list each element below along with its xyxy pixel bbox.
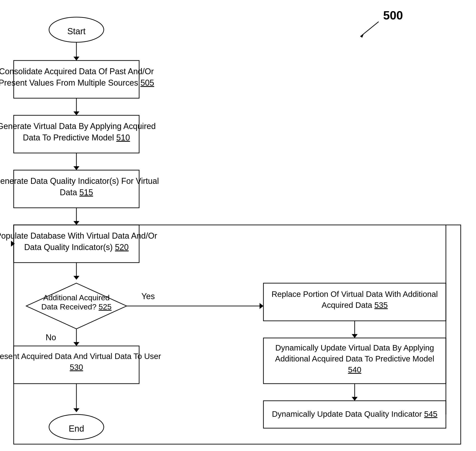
step-540-line3: 540 (348, 365, 361, 374)
end-label: End (69, 424, 84, 433)
step-540-line1: Dynamically Update Virtual Data By Apply… (275, 343, 434, 352)
step-520-line1: Populate Database With Virtual Data And/… (0, 231, 157, 240)
diagram-title: 500 (383, 9, 403, 22)
step-535-line1: Replace Portion Of Virtual Data With Add… (272, 289, 438, 298)
flowchart-diagram: 500 Start Consolidate Acquired Data Of P… (0, 0, 476, 451)
step-525-line2: Data Received? 525 (41, 302, 111, 311)
step-520-line2: Data Quality Indicator(s) 520 (24, 243, 129, 252)
step-510-line1: Generate Virtual Data By Applying Acquir… (0, 121, 156, 131)
step-515-line2: Data 515 (60, 188, 93, 197)
step-545-line1: Dynamically Update Data Quality Indicato… (272, 409, 438, 418)
step-535-line2: Acquired Data 535 (322, 301, 388, 309)
start-label: Start (67, 26, 86, 36)
step-525-line1: Additional Acquired (43, 293, 110, 302)
step-510-line2: Data To Predictive Model 510 (23, 133, 130, 142)
step-515-line1: Generate Data Quality Indicator(s) For V… (0, 176, 159, 186)
step-505-line2: Present Values From Multiple Sources 505 (0, 78, 154, 88)
no-label: No (46, 333, 56, 342)
yes-label: Yes (141, 292, 155, 301)
step-540-line2: Additional Acquired Data To Predictive M… (275, 354, 434, 363)
step-505-line1: Consolidate Acquired Data Of Past And/Or (0, 67, 154, 76)
step-530-line1: Present Acquired Data And Virtual Data T… (0, 352, 161, 361)
step-530-line2: 530 (70, 363, 83, 371)
